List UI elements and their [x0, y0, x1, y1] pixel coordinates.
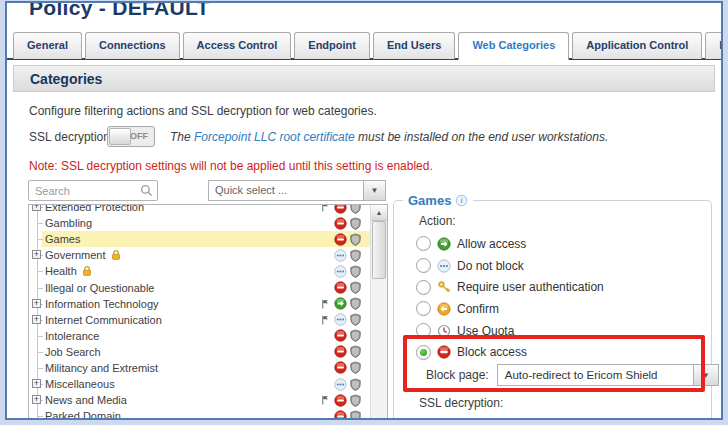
toggle-knob[interactable]: [109, 128, 131, 145]
radio-button[interactable]: [416, 258, 431, 273]
tree-item-job-search[interactable]: Job Search: [29, 344, 371, 360]
tab-access-control[interactable]: Access Control: [183, 32, 292, 59]
tree-item-gambling[interactable]: Gambling: [29, 215, 371, 231]
tab-file-blocking[interactable]: File Blocking: [705, 32, 721, 59]
category-label: Information Technology: [42, 298, 159, 310]
tree-item-extended-protection[interactable]: +Extended Protection: [29, 204, 371, 215]
action-options: Allow accessDo not blockRequire user aut…: [416, 233, 604, 363]
chevron-down-icon[interactable]: ▼: [693, 365, 718, 385]
tree-item-miscellaneous[interactable]: +Miscellaneous: [29, 376, 371, 392]
block-icon: [334, 329, 347, 342]
note-suffix: must be installed on the end user workst…: [355, 130, 608, 144]
svg-text:i: i: [461, 196, 463, 205]
tab-endpoint[interactable]: Endpoint: [294, 32, 370, 59]
detail-category-title: Games: [408, 193, 451, 208]
tree-item-illegal-or-questionable[interactable]: Illegal or Questionable: [29, 279, 371, 295]
block-icon: [437, 345, 451, 359]
root-certificate-link[interactable]: Forcepoint LLC root certificate: [194, 130, 355, 144]
radio-button[interactable]: [416, 345, 431, 360]
key-icon: [437, 280, 451, 294]
tree-item-health[interactable]: Health: [29, 263, 371, 279]
tree-item-intolerance[interactable]: Intolerance: [29, 328, 371, 344]
chevron-down-icon[interactable]: ▼: [363, 181, 385, 200]
expand-toggle-icon[interactable]: +: [32, 379, 41, 388]
ssl-certificate-note: The Forcepoint LLC root certificate must…: [170, 130, 608, 144]
category-label: Illegal or Questionable: [42, 282, 154, 294]
do-not-block-icon: [334, 378, 347, 391]
action-option-block-access[interactable]: Block access: [416, 341, 604, 363]
flag-icon: [320, 314, 331, 326]
tree-item-internet-communication[interactable]: +Internet Communication: [29, 312, 371, 328]
category-label: Militancy and Extremist: [42, 362, 158, 374]
radio-button[interactable]: [416, 301, 431, 316]
action-option-confirm[interactable]: Confirm: [416, 298, 604, 320]
tree-item-parked-domain[interactable]: Parked Domain: [29, 408, 371, 419]
do-not-block-icon: [437, 259, 451, 273]
tree-rows: +Extended ProtectionGamblingGames+Govern…: [29, 204, 371, 419]
tree-scrollbar[interactable]: ▲: [370, 205, 387, 418]
tab-bar: GeneralConnectionsAccess ControlEndpoint…: [13, 32, 721, 60]
category-label: News and Media: [42, 394, 127, 406]
tab-connections[interactable]: Connections: [85, 32, 180, 59]
tab-end-users[interactable]: End Users: [373, 32, 455, 59]
ssl-decryption-label: SSL decryption:: [29, 130, 113, 144]
action-option-do-not-block[interactable]: Do not block: [416, 255, 604, 277]
expand-toggle-icon[interactable]: +: [32, 315, 41, 324]
scrollbar-up-icon[interactable]: ▲: [371, 205, 387, 221]
category-label: Job Search: [42, 346, 101, 358]
do-not-block-icon: [334, 265, 347, 278]
tab-general[interactable]: General: [13, 32, 82, 59]
policy-window: Policy - DEFAULT GeneralConnectionsAcces…: [5, 1, 723, 420]
lock-icon: [110, 249, 122, 261]
block-icon: [334, 217, 347, 230]
block-icon: [334, 361, 347, 374]
block-page-dropdown[interactable]: Auto-redirect to Ericom Shield ▼: [497, 364, 719, 386]
category-label: Extended Protection: [42, 204, 144, 213]
quick-select-dropdown[interactable]: Quick select ... ▼: [208, 180, 386, 201]
tree-item-news-and-media[interactable]: +News and Media: [29, 392, 371, 408]
action-option-use-quota[interactable]: Use Quota: [416, 320, 604, 342]
shield-icon: [349, 329, 362, 342]
expand-toggle-icon[interactable]: +: [32, 395, 41, 404]
quick-select-value: Quick select ...: [209, 181, 363, 200]
radio-button[interactable]: [416, 323, 431, 338]
tree-item-militancy-and-extremist[interactable]: Militancy and Extremist: [29, 360, 371, 376]
option-label: Confirm: [457, 302, 499, 316]
expand-toggle-icon[interactable]: +: [32, 299, 41, 308]
expand-toggle-icon[interactable]: +: [32, 250, 41, 259]
ssl-decryption-toggle[interactable]: OFF: [107, 126, 155, 147]
do-not-block-icon: [334, 313, 347, 326]
shield-icon: [349, 233, 362, 246]
do-not-block-icon: [334, 249, 347, 262]
category-tree: +Extended ProtectionGamblingGames+Govern…: [28, 204, 388, 419]
radio-button[interactable]: [416, 236, 431, 251]
category-label: Government: [42, 249, 106, 261]
info-icon[interactable]: i: [455, 194, 468, 207]
category-label: Gambling: [42, 217, 92, 229]
block-page-row: Block page: Auto-redirect to Ericom Shie…: [426, 364, 719, 386]
category-label: Miscellaneous: [42, 378, 115, 390]
shield-icon: [349, 345, 362, 358]
category-label: Games: [42, 233, 80, 245]
scrollbar-thumb[interactable]: [372, 221, 386, 279]
allow-icon: [334, 297, 347, 310]
tree-item-information-technology[interactable]: +Information Technology: [29, 296, 371, 312]
category-search[interactable]: [28, 180, 158, 201]
option-label: Allow access: [457, 237, 526, 251]
page-title: Policy - DEFAULT: [29, 1, 210, 20]
expand-toggle-icon[interactable]: +: [32, 204, 41, 211]
tree-item-government[interactable]: +Government: [29, 247, 371, 263]
block-icon: [334, 204, 347, 214]
section-header-bar: Categories: [13, 65, 715, 92]
radio-button[interactable]: [416, 280, 431, 295]
shield-icon: [349, 249, 362, 262]
action-option-allow-access[interactable]: Allow access: [416, 233, 604, 255]
tab-application-control[interactable]: Application Control: [572, 32, 702, 59]
search-input[interactable]: [29, 185, 139, 197]
action-option-require-user-authentication[interactable]: Require user authentication: [416, 276, 604, 298]
tab-web-categories[interactable]: Web Categories: [458, 32, 569, 60]
tree-item-games[interactable]: Games: [29, 231, 371, 247]
category-label: Health: [42, 265, 77, 277]
option-label: Require user authentication: [457, 280, 604, 294]
screenshot-root: Policy - DEFAULT GeneralConnectionsAcces…: [0, 0, 728, 425]
